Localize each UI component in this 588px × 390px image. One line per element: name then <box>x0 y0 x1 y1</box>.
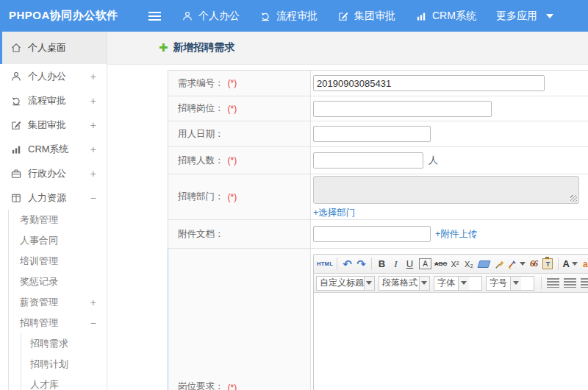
sidebar-item-group-approval[interactable]: 集团审批 + <box>0 113 107 137</box>
edit-icon <box>337 10 349 22</box>
align-left-icon[interactable] <box>547 278 559 288</box>
page-title-bar: ✚ 新增招聘需求 <box>107 32 588 65</box>
italic-button[interactable]: I <box>390 257 402 272</box>
toolbar-divider <box>371 258 372 270</box>
expand-plus-icon[interactable]: + <box>90 143 96 155</box>
caret-down-icon <box>458 277 469 290</box>
date-input[interactable] <box>313 126 431 142</box>
background-color-button[interactable]: a <box>579 257 588 272</box>
user-icon <box>182 10 193 22</box>
sidebar-item-label: 招聘需求 <box>30 337 68 350</box>
attachment-input[interactable] <box>313 226 431 242</box>
superscript-button[interactable]: X² <box>448 257 461 272</box>
nav-process-approval[interactable]: 流程审批 <box>259 10 318 23</box>
dept-textarea[interactable] <box>313 176 579 204</box>
menu-toggle-icon[interactable] <box>148 12 161 21</box>
form-row-date: 用人日期： <box>168 121 588 147</box>
select-label: 字体 <box>434 277 458 289</box>
sidebar-item-label: 薪资管理 <box>20 296 58 309</box>
font-size-select[interactable]: 字号 <box>486 276 534 291</box>
bold-button[interactable]: B <box>376 257 388 272</box>
format-painter-icon[interactable] <box>493 257 506 272</box>
highlight-pen-icon[interactable] <box>507 257 526 272</box>
sidebar-item-process-approval[interactable]: 流程审批 + <box>0 88 107 113</box>
expand-plus-icon[interactable]: + <box>90 95 96 107</box>
nav-crm-system[interactable]: CRM系统 <box>415 10 476 23</box>
sidebar-item-recruit-mgmt[interactable]: 招聘管理 − <box>9 313 107 333</box>
count-unit-label: 人 <box>429 154 438 167</box>
field-value <box>311 121 588 146</box>
recruit-submenu: 招聘需求 招聘计划 人才库 <box>21 333 107 390</box>
align-center-icon[interactable] <box>564 278 576 288</box>
redo-button[interactable]: ↷ <box>355 257 368 272</box>
form-row-requirement: 岗位要求： (*) HTML ↶ ↷ B I U A ABC <box>168 249 588 390</box>
sidebar-item-personnel-contract[interactable]: 人事合同 <box>9 230 107 251</box>
attachment-upload-link[interactable]: +附件上传 <box>435 228 477 241</box>
undo-button[interactable]: ↶ <box>341 257 354 272</box>
sidebar-item-training-mgmt[interactable]: 培训管理 <box>9 251 107 272</box>
expand-plus-icon[interactable]: + <box>90 297 96 308</box>
form-row-attachment: 附件文档： +附件上传 <box>168 220 588 249</box>
sidebar-item-human-resources[interactable]: 人力资源 − <box>0 185 107 210</box>
paragraph-format-select[interactable]: 段落格式 <box>379 276 430 291</box>
app-header: PHPOA协同办公软件 个人办公 流程审批 集团审批 CRM系统 更多应用 <box>0 0 588 32</box>
sidebar-item-admin-office[interactable]: 行政办公 + <box>0 161 107 185</box>
select-label: 自定义标题 <box>317 277 364 289</box>
label-text: 招聘人数： <box>178 155 224 167</box>
expand-minus-icon[interactable]: − <box>90 317 96 329</box>
font-family-select[interactable]: 字体 <box>434 276 482 291</box>
sidebar-item-reward-punishment[interactable]: 奖惩记录 <box>9 272 107 292</box>
source-code-button[interactable]: HTML <box>317 257 333 272</box>
expand-minus-icon[interactable]: − <box>90 192 96 204</box>
sidebar: 个人桌面 个人办公 + 流程审批 + 集团审批 + CRM系统 + 行政办公 +… <box>0 32 107 390</box>
field-label: 招聘部门： (*) <box>168 174 311 219</box>
field-value <box>311 71 588 96</box>
custom-title-select[interactable]: 自定义标题 <box>316 276 375 291</box>
field-label: 附件文档： <box>168 220 311 248</box>
sidebar-item-recruit-demand[interactable]: 招聘需求 <box>21 333 107 354</box>
nav-group-approval[interactable]: 集团审批 <box>337 10 395 23</box>
caret-down-icon <box>364 277 374 290</box>
field-label: 招聘人数： (*) <box>168 147 311 174</box>
eraser-icon[interactable] <box>478 260 491 268</box>
align-right-icon[interactable] <box>581 278 588 288</box>
form-row-count: 招聘人数： (*) 人 <box>168 147 588 174</box>
sidebar-item-label: 招聘计划 <box>30 358 68 371</box>
expand-plus-icon[interactable]: + <box>90 119 96 131</box>
font-color-button[interactable]: A <box>562 257 577 272</box>
paste-icon[interactable]: T <box>542 258 553 269</box>
expand-plus-icon[interactable]: + <box>90 71 96 82</box>
sidebar-item-label: CRM系统 <box>28 143 69 156</box>
underline-button[interactable]: U <box>404 257 416 272</box>
label-text: 岗位要求： <box>178 380 224 390</box>
field-label: 用人日期： <box>168 121 311 146</box>
required-mark: (*) <box>228 155 237 166</box>
select-dept-link[interactable]: +选择部门 <box>313 207 355 219</box>
sidebar-item-personal-office[interactable]: 个人办公 + <box>0 64 107 88</box>
header-nav: 个人办公 流程审批 集团审批 CRM系统 更多应用 <box>182 0 573 32</box>
blockquote-button[interactable]: 66 <box>527 257 539 272</box>
strikethrough-button[interactable]: ABC <box>434 257 447 272</box>
form-row-job: 招聘岗位： (*) <box>168 96 588 121</box>
sidebar-item-attendance-mgmt[interactable]: 考勤管理 <box>9 210 107 230</box>
subscript-button[interactable]: X₂ <box>462 257 475 272</box>
border-text-button[interactable]: A <box>419 258 431 269</box>
sidebar-item-salary-mgmt[interactable]: 薪资管理 + <box>9 292 107 313</box>
editor-content-area[interactable] <box>314 293 588 390</box>
nav-personal-office[interactable]: 个人办公 <box>182 10 240 23</box>
count-input[interactable] <box>313 152 423 169</box>
caret-down-icon <box>546 14 553 18</box>
job-input[interactable] <box>313 101 492 117</box>
nav-more-apps[interactable]: 更多应用 <box>496 10 553 23</box>
sidebar-item-recruit-plan[interactable]: 招聘计划 <box>21 354 107 375</box>
sidebar-item-talent-pool[interactable]: 人才库 <box>21 375 107 390</box>
sidebar-item-crm-system[interactable]: CRM系统 + <box>0 137 107 161</box>
expand-plus-icon[interactable]: + <box>90 168 96 180</box>
recruit-demand-form: 需求编号： (*) 招聘岗位： (*) 用人日期： <box>168 70 588 390</box>
nav-label: 流程审批 <box>276 10 318 23</box>
hr-submenu: 考勤管理 人事合同 培训管理 奖惩记录 薪资管理 + 招聘管理 − 招聘需求 招… <box>8 210 107 390</box>
req-no-input[interactable] <box>313 75 545 91</box>
label-text: 附件文档： <box>178 228 224 241</box>
process-icon <box>10 95 22 107</box>
sidebar-item-personal-desktop[interactable]: 个人桌面 <box>0 32 107 64</box>
